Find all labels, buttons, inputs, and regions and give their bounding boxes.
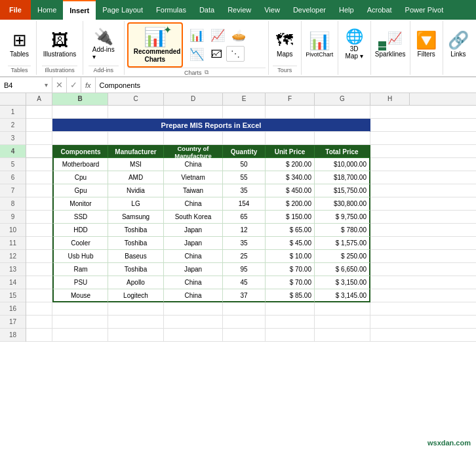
- cell-quantity-11[interactable]: 35: [223, 237, 266, 250]
- cell-a5[interactable]: [26, 158, 52, 171]
- row-num-18[interactable]: 18: [0, 329, 26, 342]
- tab-help[interactable]: Help: [332, 0, 361, 20]
- cell-e1[interactable]: [223, 106, 266, 119]
- cell-manufacturer-11[interactable]: Toshiba: [108, 237, 164, 250]
- tab-insert[interactable]: Insert: [63, 0, 96, 20]
- cell-a1[interactable]: [26, 106, 52, 119]
- cell-a8[interactable]: [26, 197, 52, 211]
- cell-d1[interactable]: [164, 106, 223, 119]
- row-num-13[interactable]: 13: [0, 263, 26, 276]
- cell-a14[interactable]: [26, 276, 52, 289]
- header-total-price[interactable]: Total Price: [315, 145, 370, 158]
- cell-total-price-10[interactable]: $ 780.00: [315, 224, 370, 237]
- formula-confirm-button[interactable]: ✓: [67, 77, 81, 92]
- pivotchart-button[interactable]: 📊 PivotChart: [303, 22, 336, 66]
- row-num-6[interactable]: 6: [0, 171, 26, 184]
- cell-h3[interactable]: [370, 132, 476, 145]
- cell-h2[interactable]: [370, 119, 476, 132]
- cell-manufacturer-14[interactable]: Apollo: [108, 276, 164, 289]
- header-country[interactable]: Country of Manufacture: [164, 145, 223, 158]
- cell-h14[interactable]: [370, 276, 476, 289]
- cell-country-8[interactable]: China: [164, 197, 223, 211]
- line-chart-button[interactable]: 📈: [208, 27, 228, 44]
- cell-unit-price-9[interactable]: $ 150.00: [266, 211, 315, 224]
- cell-a3[interactable]: [26, 132, 52, 145]
- cell-a13[interactable]: [26, 263, 52, 276]
- cell-country-13[interactable]: Japan: [164, 263, 223, 276]
- cell-component-7[interactable]: Gpu: [52, 184, 108, 197]
- cell-quantity-12[interactable]: 25: [223, 250, 266, 263]
- row-num-2[interactable]: 2: [0, 119, 26, 132]
- cell-a6[interactable]: [26, 171, 52, 184]
- cell-e3[interactable]: [223, 132, 266, 145]
- col-header-d[interactable]: D: [164, 93, 223, 105]
- cell-manufacturer-10[interactable]: Toshiba: [108, 224, 164, 237]
- cell-d3[interactable]: [164, 132, 223, 145]
- col-header-g[interactable]: G: [315, 93, 370, 105]
- header-components[interactable]: Components: [52, 145, 108, 158]
- cell-quantity-8[interactable]: 154: [223, 197, 266, 211]
- tab-home[interactable]: Home: [31, 0, 63, 20]
- cell-manufacturer-8[interactable]: LG: [108, 197, 164, 211]
- area-chart-button[interactable]: 🗠: [208, 46, 225, 63]
- cell-a11[interactable]: [26, 237, 52, 250]
- row-num-15[interactable]: 15: [0, 289, 26, 302]
- cell-total-price-11[interactable]: $ 1,575.00: [315, 237, 370, 250]
- cell-h13[interactable]: [370, 263, 476, 276]
- header-quantity[interactable]: Quantity: [223, 145, 266, 158]
- row-num-9[interactable]: 9: [0, 211, 26, 224]
- cell-component-8[interactable]: Monitor: [52, 197, 108, 211]
- cell-manufacturer-13[interactable]: Toshiba: [108, 263, 164, 276]
- cell-quantity-15[interactable]: 37: [223, 289, 266, 302]
- row-num-5[interactable]: 5: [0, 158, 26, 171]
- cell-component-13[interactable]: Ram: [52, 263, 108, 276]
- cell-f1[interactable]: [266, 106, 315, 119]
- 3dmap-button[interactable]: 🌐 3D Map ▾: [343, 22, 366, 66]
- cell-component-6[interactable]: Cpu: [52, 171, 108, 184]
- cell-h12[interactable]: [370, 250, 476, 263]
- cell-country-7[interactable]: Taiwan: [164, 184, 223, 197]
- cell-country-5[interactable]: China: [164, 158, 223, 171]
- row-num-16[interactable]: 16: [0, 302, 26, 316]
- cell-unit-price-14[interactable]: $ 70.00: [266, 276, 315, 289]
- cell-component-15[interactable]: Mouse: [52, 289, 108, 302]
- cell-component-12[interactable]: Usb Hub: [52, 250, 108, 263]
- cell-a9[interactable]: [26, 211, 52, 224]
- col-header-e[interactable]: E: [223, 93, 266, 105]
- cell-a12[interactable]: [26, 250, 52, 263]
- title-cell[interactable]: Prepare MIS Reports in Excel: [52, 119, 370, 132]
- cell-total-price-14[interactable]: $ 3,150.00: [315, 276, 370, 289]
- cell-total-price-15[interactable]: $ 3,145.00: [315, 289, 370, 302]
- cell-unit-price-15[interactable]: $ 85.00: [266, 289, 315, 302]
- row-num-3[interactable]: 3: [0, 132, 26, 145]
- col-header-h[interactable]: H: [370, 93, 410, 105]
- cell-unit-price-10[interactable]: $ 65.00: [266, 224, 315, 237]
- tab-formulas[interactable]: Formulas: [149, 0, 193, 20]
- row-num-1[interactable]: 1: [0, 106, 26, 119]
- cell-country-11[interactable]: Japan: [164, 237, 223, 250]
- cell-country-10[interactable]: Japan: [164, 224, 223, 237]
- cell-manufacturer-5[interactable]: MSI: [108, 158, 164, 171]
- tab-file[interactable]: File: [0, 0, 31, 20]
- maps-button[interactable]: 🗺 Maps: [273, 22, 296, 66]
- cell-quantity-13[interactable]: 95: [223, 263, 266, 276]
- cell-a10[interactable]: [26, 224, 52, 237]
- recommended-charts-button[interactable]: 📊 ✦ Recommended Charts: [127, 22, 183, 68]
- tab-power-pivot[interactable]: Power Pivot: [399, 0, 450, 20]
- cell-country-6[interactable]: Vietnam: [164, 171, 223, 184]
- row-num-12[interactable]: 12: [0, 250, 26, 263]
- cell-manufacturer-12[interactable]: Baseus: [108, 250, 164, 263]
- cell-c3[interactable]: [108, 132, 164, 145]
- sparklines-button[interactable]: 📈 Sparklines: [372, 22, 408, 66]
- cell-unit-price-12[interactable]: $ 10.00: [266, 250, 315, 263]
- cell-component-10[interactable]: HDD: [52, 224, 108, 237]
- cell-a7[interactable]: [26, 184, 52, 197]
- row-num-14[interactable]: 14: [0, 276, 26, 289]
- column-chart-button[interactable]: 📊: [187, 27, 207, 44]
- cell-c1[interactable]: [108, 106, 164, 119]
- cell-component-14[interactable]: PSU: [52, 276, 108, 289]
- cell-h1[interactable]: [370, 106, 476, 119]
- cell-total-price-7[interactable]: $15,750.00: [315, 184, 370, 197]
- formula-fx-button[interactable]: fx: [81, 77, 96, 92]
- pie-chart-button[interactable]: 🥧: [229, 27, 248, 44]
